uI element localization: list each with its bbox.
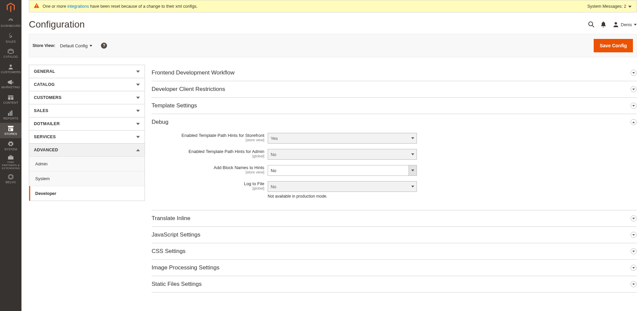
page-title: Configuration (29, 19, 85, 30)
search-icon[interactable] (585, 18, 597, 31)
magento-logo[interactable] (0, 0, 21, 15)
section-title: JavaScript Settings (152, 231, 201, 238)
field-row: Add Block Names to Hints[store view]No (152, 165, 637, 176)
nav-label: SALES (6, 40, 16, 43)
section-title: Static Files Settings (152, 281, 202, 288)
section-template-settings: Template Settings (152, 98, 637, 114)
sysmsg-text: One or more integrations have been reset… (43, 4, 198, 9)
section-translate-inline: Translate Inline (152, 210, 637, 227)
section-title: CSS Settings (152, 248, 185, 255)
store-view-selector[interactable]: Default Config (60, 43, 92, 48)
svg-rect-2 (8, 97, 10, 100)
nav-label: BELVG (6, 180, 16, 184)
svg-point-8 (614, 22, 617, 24)
chevron-down-icon (409, 182, 417, 192)
section-toggle[interactable]: Translate Inline (152, 215, 637, 222)
config-group-toggle[interactable]: SERVICES (29, 131, 145, 143)
config-group-toggle[interactable]: DOTMAILER (29, 117, 145, 130)
help-icon[interactable]: ? (101, 43, 107, 49)
field-label: Enabled Template Path Hints for Storefro… (152, 133, 264, 138)
nav-stores[interactable]: STORES (0, 123, 21, 138)
section-css-settings: CSS Settings (152, 243, 637, 260)
select-value: No (271, 152, 276, 157)
config-sub-item-developer[interactable]: Developer (29, 186, 145, 201)
chevron-down-icon (631, 103, 637, 109)
config-group-toggle[interactable]: GENERAL (29, 65, 145, 78)
chevron-down-icon[interactable] (628, 4, 632, 9)
chevron-down-icon (631, 215, 637, 221)
user-menu[interactable]: Denis (613, 22, 637, 27)
config-group-toggle[interactable]: CUSTOMERS (29, 91, 145, 104)
nav-belvg[interactable]: BELVG (0, 171, 21, 187)
page-header: Configuration Denis (29, 12, 637, 34)
config-group-toggle[interactable]: ADVANCED (29, 144, 145, 156)
svg-point-7 (589, 22, 593, 26)
nav-customers[interactable]: CUSTOMERS (0, 61, 21, 76)
config-sub-item-admin[interactable]: Admin (29, 157, 145, 171)
chevron-up-icon (631, 119, 637, 125)
nav-label: SYSTEM (4, 148, 17, 151)
svg-rect-5 (10, 111, 11, 116)
select-value: No (271, 168, 276, 173)
nav-content[interactable]: CONTENT (0, 92, 21, 107)
config-group-customers: CUSTOMERS (29, 91, 145, 104)
chevron-down-icon (409, 149, 417, 159)
integrations-link[interactable]: integrations (67, 4, 89, 9)
section-toggle[interactable]: Static Files Settings (152, 281, 637, 288)
nav-label: CUSTOMERS (1, 70, 20, 74)
config-group-services: SERVICES (29, 131, 145, 144)
config-group-toggle[interactable]: CATALOG (29, 78, 145, 91)
config-group-label: CUSTOMERS (34, 95, 61, 100)
nav-reports[interactable]: REPORTS (0, 107, 21, 123)
section-title: Translate Inline (152, 215, 191, 222)
chevron-down-icon (631, 232, 637, 238)
svg-rect-4 (8, 113, 9, 116)
config-sub-list: AdminSystemDeveloper (29, 156, 145, 201)
config-group-label: SALES (34, 108, 48, 113)
section-toggle[interactable]: Template Settings (152, 102, 637, 109)
section-toggle[interactable]: JavaScript Settings (152, 231, 637, 238)
nav-sales[interactable]: SALES (0, 30, 21, 46)
config-sub-item-system[interactable]: System (29, 171, 145, 186)
nav-catalog[interactable]: CATALOG (0, 46, 21, 61)
svg-rect-6 (11, 110, 12, 116)
field-scope: [store view] (152, 138, 264, 142)
save-config-button[interactable]: Save Config (594, 39, 633, 52)
nav-system[interactable]: SYSTEM (0, 138, 21, 154)
nav-label: CONTENT (3, 101, 18, 104)
nav-label: FIND PARTNERS & EXTENSIONS (0, 161, 21, 170)
select-add-block-names-to-hints[interactable]: No (268, 165, 417, 176)
section-toggle[interactable]: Developer Client Restrictions (152, 86, 637, 93)
section-toggle[interactable]: Debug (152, 119, 637, 125)
chevron-down-icon (136, 69, 140, 74)
section-toggle[interactable]: Frontend Development Workflow (152, 69, 637, 76)
chevron-down-icon (136, 121, 140, 126)
section-image-processing-settings: Image Processing Settings (152, 260, 637, 276)
section-title: Developer Client Restrictions (152, 86, 225, 93)
sysmsg-count[interactable]: System Messages: 2 (587, 4, 626, 9)
chevron-down-icon (631, 265, 637, 271)
admin-nav: DASHBOARD SALES CATALOG CUSTOMERS MARKET… (0, 0, 21, 311)
chevron-down-icon (631, 70, 637, 76)
field-label: Enabled Template Path Hints for Admin (152, 149, 264, 154)
field-scope: [store view] (152, 170, 264, 174)
nav-marketing[interactable]: MARKETING (0, 76, 21, 92)
user-name: Denis (621, 22, 632, 27)
section-javascript-settings: JavaScript Settings (152, 227, 637, 243)
section-debug: DebugEnabled Template Path Hints for Sto… (152, 114, 637, 210)
field-row: Enabled Template Path Hints for Admin[gl… (152, 149, 637, 160)
bell-icon[interactable] (597, 18, 609, 31)
svg-point-0 (10, 64, 12, 66)
section-toggle[interactable]: Image Processing Settings (152, 264, 637, 271)
nav-dashboard[interactable]: DASHBOARD (0, 15, 21, 30)
nav-label: MARKETING (1, 86, 20, 89)
svg-rect-1 (8, 95, 13, 96)
section-toggle[interactable]: CSS Settings (152, 248, 637, 255)
section-title: Debug (152, 119, 168, 125)
config-group-dotmailer: DOTMAILER (29, 117, 145, 131)
config-group-label: ADVANCED (34, 148, 58, 152)
section-body-debug: Enabled Template Path Hints for Storefro… (152, 125, 637, 205)
chevron-down-icon (634, 24, 637, 25)
config-group-toggle[interactable]: SALES (29, 104, 145, 117)
nav-partners[interactable]: FIND PARTNERS & EXTENSIONS (0, 154, 21, 171)
